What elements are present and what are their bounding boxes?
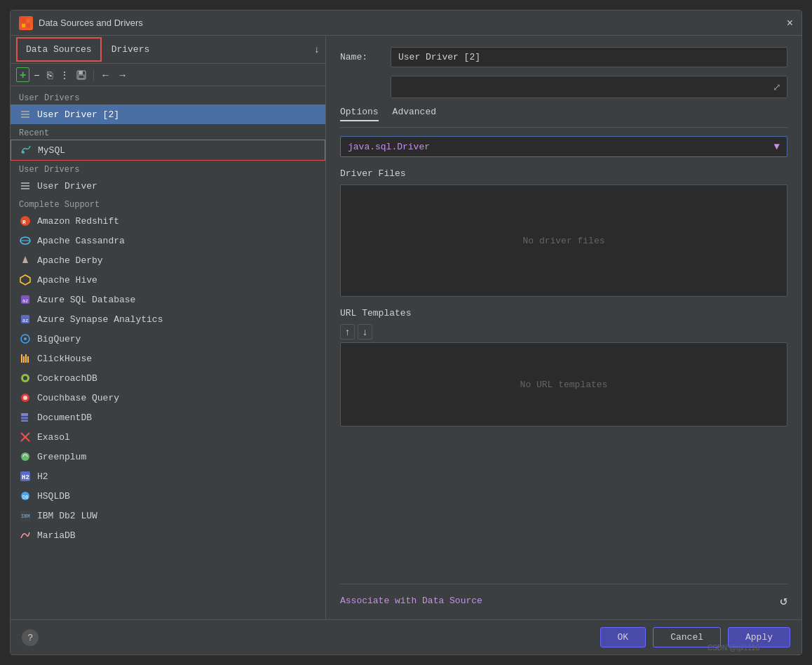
help-button[interactable]: ?	[22, 629, 39, 646]
list-area[interactable]: User Drivers User Driver [2] Recent	[11, 86, 325, 619]
list-item-mariadb[interactable]: MariaDB	[11, 525, 325, 545]
svg-point-24	[24, 337, 27, 340]
more-button[interactable]: ⋮	[57, 68, 72, 82]
clickhouse-icon	[19, 352, 32, 365]
clickhouse-label: ClickHouse	[37, 354, 92, 364]
mariadb-label: MariaDB	[37, 530, 76, 541]
advanced-tab[interactable]: Advanced	[393, 107, 436, 121]
forward-button[interactable]: →	[115, 68, 130, 82]
section-user-drivers-2: User Drivers	[11, 161, 325, 176]
exasol-icon	[19, 431, 32, 443]
svg-rect-35	[21, 420, 28, 422]
url-templates-title: URL Templates	[340, 308, 787, 318]
tab-drivers[interactable]: Drivers	[102, 37, 160, 62]
list-item-bigquery[interactable]: BigQuery	[11, 329, 325, 349]
exasol-label: Exasol	[37, 432, 70, 443]
section-complete-support: Complete Support	[11, 196, 325, 211]
url-toolbar: ↑ ↓	[340, 324, 787, 340]
url-empty-text: No URL templates	[520, 379, 608, 390]
data-source-link[interactable]: Associate with Data Source	[340, 596, 482, 606]
save-button[interactable]	[74, 69, 89, 81]
azure-sql-icon: az	[19, 293, 32, 306]
refresh-icon[interactable]: ↺	[780, 593, 787, 608]
bigquery-label: BigQuery	[37, 334, 81, 344]
tab-data-sources[interactable]: Data Sources	[16, 37, 102, 62]
list-item-amazon-redshift[interactable]: R Amazon Redshift	[11, 211, 325, 231]
mysql-label: MySQL	[38, 145, 65, 156]
svg-rect-2	[22, 24, 25, 27]
list-item-ibm-db2[interactable]: IBM IBM Db2 LUW	[11, 506, 325, 525]
svg-rect-3	[27, 24, 30, 27]
bigquery-icon	[19, 332, 32, 345]
user-driver-2-label: User Driver [2]	[37, 109, 119, 120]
description-expand-area[interactable]: ⤢	[391, 76, 787, 98]
add-button[interactable]: +	[16, 67, 29, 82]
download-icon[interactable]: ↓	[314, 44, 320, 55]
svg-rect-9	[21, 116, 29, 118]
options-tab[interactable]: Options	[340, 107, 379, 121]
list-item-hsqldb[interactable]: DB HSQLDB	[11, 486, 325, 506]
data-source-row: Associate with Data Source ↺	[340, 584, 787, 608]
list-item-couchbase[interactable]: Couchbase Query	[11, 388, 325, 408]
list-item-exasol[interactable]: Exasol	[11, 427, 325, 447]
title-bar: Data Sources and Drivers ×	[11, 11, 801, 36]
files-label: Driver F	[340, 168, 384, 179]
list-item-azure-synapse[interactable]: az Azure Synapse Analytics	[11, 309, 325, 329]
title-bar-left: Data Sources and Drivers	[19, 16, 143, 30]
class-dropdown[interactable]: java.sql.Driver ▼	[340, 136, 787, 157]
url-label-suffix: lates	[384, 308, 411, 318]
list-item-greenplum[interactable]: Greenplum	[11, 447, 325, 466]
url-box: No URL templates	[340, 342, 787, 426]
left-panel: Data Sources Drivers ↓ + − ⎘ ⋮ ←	[11, 36, 326, 619]
svg-rect-8	[21, 114, 29, 115]
documentdb-icon	[19, 411, 32, 424]
list-item-user-driver[interactable]: User Driver	[11, 176, 325, 196]
ibm-db2-label: IBM Db2 LUW	[37, 511, 97, 521]
class-value: java.sql.Driver	[348, 142, 430, 152]
list-item-clickhouse[interactable]: ClickHouse	[11, 349, 325, 368]
name-field-row: Name:	[340, 47, 787, 67]
name-input[interactable]	[391, 47, 787, 67]
right-panel: Name: ⤢ Options Advanced java.sql.Driver…	[326, 36, 801, 619]
couchbase-label: Couchbase Query	[37, 393, 119, 403]
expand-icon: ⤢	[773, 81, 781, 93]
cockroachdb-icon	[19, 372, 32, 384]
files-box: No driver files	[340, 184, 787, 297]
list-item-apache-derby[interactable]: Apache Derby	[11, 250, 325, 270]
url-up-button[interactable]: ↑	[340, 324, 355, 340]
list-item-documentdb[interactable]: DocumentDB	[11, 408, 325, 427]
footer-right: OK Cancel Apply	[600, 627, 790, 647]
options-tabs: Options Advanced	[340, 107, 787, 128]
url-down-button[interactable]: ↓	[358, 324, 372, 340]
footer-left: ?	[22, 629, 39, 646]
svg-point-10	[22, 151, 25, 154]
list-item-mysql[interactable]: MySQL	[11, 140, 325, 161]
list-item-user-driver-2[interactable]: User Driver [2]	[11, 105, 325, 124]
azure-synapse-label: Azure Synapse Analytics	[37, 314, 163, 325]
list-item-h2[interactable]: H2 H2	[11, 466, 325, 486]
amazon-redshift-label: Amazon Redshift	[37, 216, 119, 227]
remove-button[interactable]: −	[31, 68, 42, 82]
list-item-cockroachdb[interactable]: CockroachDB	[11, 368, 325, 388]
back-button[interactable]: ←	[98, 68, 114, 82]
azure-sql-label: Azure SQL Database	[37, 295, 135, 305]
toolbar-separator	[93, 69, 94, 81]
copy-button[interactable]: ⎘	[44, 68, 55, 82]
app-icon	[19, 16, 33, 30]
svg-text:IBM: IBM	[21, 513, 30, 519]
svg-rect-5	[79, 71, 83, 74]
svg-text:R: R	[22, 219, 26, 225]
user-driver-label: User Driver	[37, 181, 97, 192]
dropdown-arrow-icon: ▼	[774, 141, 780, 152]
documentdb-label: DocumentDB	[37, 412, 92, 423]
svg-rect-33	[21, 413, 28, 416]
svg-point-30	[23, 376, 27, 380]
list-item-apache-hive[interactable]: Apache Hive	[11, 270, 325, 290]
description-field-row: ⤢	[340, 76, 787, 98]
list-item-apache-cassandra[interactable]: Apache Cassandra	[11, 231, 325, 250]
close-button[interactable]: ×	[787, 18, 793, 29]
ok-button[interactable]: OK	[600, 627, 647, 647]
name-label: Name:	[340, 52, 382, 62]
list-item-azure-sql[interactable]: az Azure SQL Database	[11, 290, 325, 309]
svg-rect-11	[21, 182, 29, 184]
